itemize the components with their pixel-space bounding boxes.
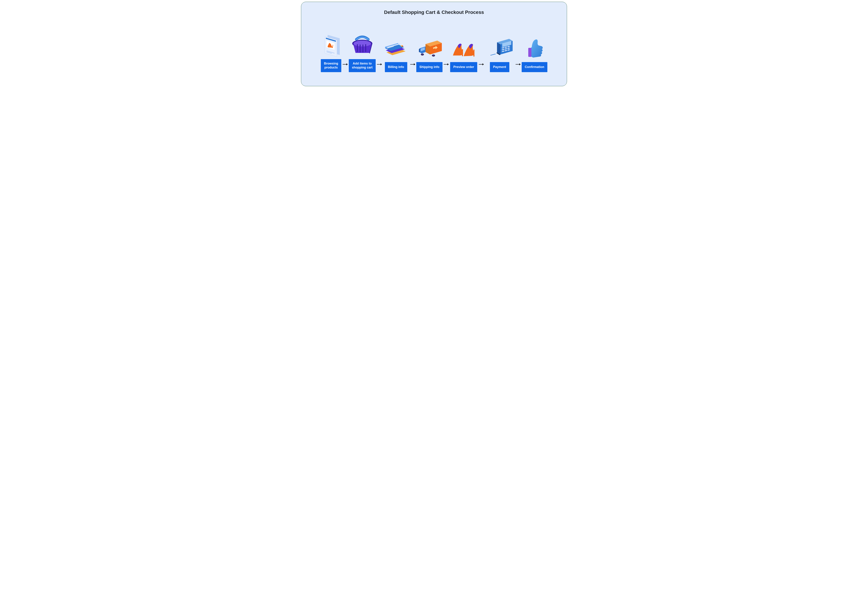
step-shipping: Shipping info bbox=[416, 33, 442, 72]
step-label: Payment bbox=[490, 62, 509, 72]
step-label: Confirmation bbox=[522, 62, 547, 72]
svg-rect-35 bbox=[462, 49, 463, 56]
svg-marker-22 bbox=[414, 63, 415, 65]
diagram-title: Default Shopping Cart & Checkout Process bbox=[306, 9, 562, 15]
step-payment: Payment bbox=[485, 33, 514, 72]
arrow-icon bbox=[342, 31, 348, 72]
svg-rect-55 bbox=[528, 48, 531, 57]
step-label: Preview order bbox=[450, 62, 477, 72]
svg-point-33 bbox=[432, 55, 435, 56]
arrow-icon bbox=[410, 31, 415, 72]
arrow-icon bbox=[377, 31, 382, 72]
product-page-icon bbox=[321, 31, 342, 57]
step-label: Billing info bbox=[385, 62, 407, 72]
svg-marker-37 bbox=[482, 63, 484, 65]
svg-marker-34 bbox=[447, 63, 449, 65]
delivery-truck-icon bbox=[417, 33, 442, 60]
svg-rect-9 bbox=[357, 44, 358, 52]
svg-marker-39 bbox=[497, 42, 500, 55]
step-label: Add items to shopping cart bbox=[349, 59, 375, 72]
svg-point-31 bbox=[421, 53, 424, 55]
svg-point-21 bbox=[402, 45, 403, 47]
svg-rect-11 bbox=[362, 45, 363, 53]
step-label: Shipping info bbox=[416, 62, 442, 72]
shopping-basket-icon bbox=[349, 31, 375, 57]
svg-point-8 bbox=[354, 41, 371, 47]
svg-marker-13 bbox=[380, 63, 382, 65]
diagram-card: Default Shopping Cart & Checkout Process bbox=[301, 2, 567, 86]
thumbs-up-icon bbox=[524, 33, 545, 60]
step-browsing: Browsing products bbox=[321, 31, 342, 72]
flow-row: Browsing products bbox=[306, 31, 562, 72]
svg-rect-12 bbox=[365, 44, 366, 52]
high-heels-icon bbox=[450, 33, 477, 60]
arrow-icon bbox=[515, 31, 521, 72]
credit-cards-icon bbox=[383, 33, 409, 60]
arrow-icon bbox=[479, 31, 484, 72]
svg-rect-10 bbox=[360, 45, 360, 53]
step-preview: Preview order bbox=[450, 33, 477, 72]
svg-marker-6 bbox=[346, 63, 348, 65]
arrow-icon bbox=[444, 31, 449, 72]
step-label: Browsing products bbox=[321, 59, 341, 72]
payment-terminal-icon bbox=[485, 33, 514, 60]
svg-marker-54 bbox=[519, 63, 521, 65]
svg-marker-29 bbox=[419, 48, 420, 52]
step-add-to-cart: Add items to shopping cart bbox=[349, 31, 375, 72]
step-billing: Billing info bbox=[383, 33, 409, 72]
step-confirmation: Confirmation bbox=[522, 33, 547, 72]
svg-rect-36 bbox=[473, 50, 474, 56]
